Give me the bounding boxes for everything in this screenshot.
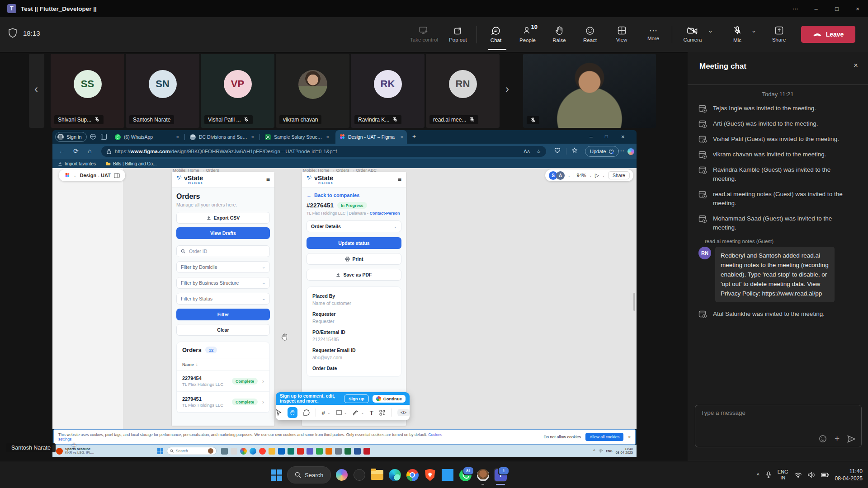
app-icon[interactable] [297, 448, 304, 455]
hamburger-menu-icon[interactable]: ≡ [398, 176, 401, 183]
contact-person-link[interactable]: Contact-Person [370, 211, 400, 216]
more-button[interactable]: ⋯ More [640, 20, 666, 49]
shared-taskbar-apps[interactable] [221, 448, 370, 455]
leave-button[interactable]: Leave [801, 26, 855, 43]
filter-domicile-dropdown[interactable]: Filter by Domicile⌄ [176, 261, 270, 273]
home-icon[interactable]: ⌂ [88, 147, 91, 155]
scroll-left-chevron[interactable]: ‹ [34, 84, 38, 94]
app-icon[interactable] [278, 448, 285, 455]
file-explorer-icon[interactable] [370, 468, 384, 482]
app-icon[interactable] [221, 448, 228, 455]
camera-button[interactable]: Camera [679, 20, 706, 49]
refresh-icon[interactable]: ⟳ [73, 147, 79, 155]
wifi-icon[interactable] [794, 472, 802, 478]
tray-language[interactable]: ENGIN [778, 469, 788, 481]
figma-canvas[interactable]: Mobile: Home → Orders Mobile: Home → Ord… [52, 168, 637, 429]
start-button[interactable] [269, 468, 283, 482]
mic-button[interactable]: Mic [727, 20, 748, 49]
shared-search-box[interactable]: Search [167, 447, 217, 455]
battery-icon[interactable] [821, 472, 829, 478]
pen-tool-icon[interactable] [353, 410, 359, 416]
order-row[interactable]: 2279451 TL Flex Holdings LLC Complete › [177, 392, 269, 413]
browser-tab-whatsapp[interactable]: (6) WhatsApp × [111, 130, 183, 144]
teams-app-icon[interactable]: T 1 [494, 468, 507, 482]
tray-expand-icon[interactable]: ^ [593, 449, 595, 453]
tray-language[interactable]: ENG [606, 450, 613, 453]
tab-close-icon[interactable]: × [176, 134, 179, 140]
share-button[interactable]: Share [766, 20, 792, 49]
move-tool-icon[interactable] [276, 409, 282, 416]
comment-tool-icon[interactable] [303, 409, 310, 416]
vscode-icon[interactable] [441, 468, 454, 482]
canvas-scrollbar[interactable] [633, 293, 635, 311]
brave-icon[interactable] [423, 468, 437, 482]
dev-mode-toggle[interactable]: </> [397, 409, 410, 416]
design-frame-order-detail[interactable]: vState FILINGS ≡ ← Back to companies #22… [302, 172, 406, 426]
deny-cookies-button[interactable]: Do not allow cookies [544, 435, 581, 439]
text-tool-icon[interactable]: T [370, 409, 373, 416]
collaborators-chevron[interactable]: ⌄ [567, 173, 571, 178]
bookmark-folder-bills[interactable]: Bills | Billing and Co... [106, 161, 157, 166]
order-id-input[interactable] [188, 248, 253, 254]
browser-tab-salary-sheet[interactable]: Sample Salary Structure with calc × [261, 130, 333, 144]
browser-essentials-icon[interactable] [554, 147, 561, 154]
people-button[interactable]: 10 People [514, 20, 542, 49]
camera-options-chevron[interactable]: ⌄ [708, 27, 713, 34]
maximize-button[interactable]: □ [826, 0, 847, 17]
name-column-header[interactable]: Name↓ [177, 358, 269, 371]
order-details-dropdown[interactable]: Order Details ⌄ [307, 221, 401, 232]
vertical-tabs-icon[interactable] [100, 133, 107, 140]
google-continue-button[interactable]: Continue [373, 395, 406, 403]
frame-tool-icon[interactable]: # [322, 409, 325, 416]
browser-close-icon[interactable]: × [621, 133, 625, 140]
tab-close-icon[interactable]: × [326, 134, 329, 140]
dark-app-icon[interactable] [353, 468, 366, 482]
print-button[interactable]: Print [307, 253, 401, 265]
copilot-icon[interactable] [627, 148, 634, 155]
copilot-icon[interactable] [335, 468, 349, 482]
tab-close-icon[interactable]: × [251, 134, 254, 140]
filter-status-dropdown[interactable]: Filter by Status⌄ [176, 293, 270, 305]
chrome-profile-icon[interactable] [476, 468, 490, 482]
chat-input-box[interactable]: + [695, 405, 862, 447]
shape-tool-chevron[interactable]: ⌄ [344, 411, 347, 415]
chrome-icon[interactable] [406, 468, 419, 482]
titlebar-more-icon[interactable]: ⋯ [785, 0, 806, 17]
save-as-pdf-button[interactable]: Save as PDF [307, 269, 401, 281]
chat-button[interactable]: Chat [483, 20, 509, 49]
shared-taskbar-tray[interactable]: ^ ENG 11:4008-04-2025 [593, 447, 633, 455]
participant-tile[interactable]: SS Shivani Sup... [51, 54, 124, 128]
start-button-small[interactable] [157, 448, 163, 454]
participant-tile[interactable]: SN Santosh Narate [126, 54, 199, 128]
folder-icon[interactable] [269, 448, 275, 455]
chrome-icon[interactable] [240, 448, 247, 455]
participant-tile[interactable]: VP Vishal Patil ... [201, 54, 274, 128]
collaborator-avatar[interactable]: A [556, 171, 565, 180]
taskbar-search[interactable]: Search [287, 466, 331, 483]
chat-message-input[interactable] [700, 409, 851, 417]
figma-share-button[interactable]: Share [608, 171, 630, 179]
filter-button[interactable]: Filter [176, 309, 270, 320]
tab-close-icon[interactable]: × [401, 134, 403, 140]
new-tab-button[interactable]: + [412, 133, 416, 140]
attach-plus-icon[interactable]: + [835, 435, 840, 443]
app-icon[interactable] [231, 448, 237, 455]
edge-icon[interactable] [250, 448, 256, 455]
zoom-chevron[interactable]: ⌄ [589, 173, 593, 178]
figma-file-chip[interactable]: ⌄ Design - UAT [59, 169, 125, 181]
address-bar[interactable]: https://www.figma.com/design/9BKQ0FOHRWa… [101, 146, 546, 157]
opera-icon[interactable] [259, 448, 266, 455]
clear-button[interactable]: Clear [176, 324, 270, 336]
participant-tile[interactable]: RK Ravindra K... [351, 54, 425, 128]
participant-tile[interactable]: vikram chavan [276, 54, 349, 128]
tray-expand-icon[interactable]: ^ [757, 472, 760, 479]
word-icon[interactable] [354, 448, 361, 455]
raise-hand-button[interactable]: Raise [546, 20, 572, 49]
scroll-right-chevron[interactable]: › [505, 84, 509, 94]
back-to-companies-link[interactable]: ← Back to companies [307, 192, 401, 198]
browser-restore-icon[interactable]: □ [605, 134, 608, 139]
pop-out-button[interactable]: Pop out [445, 20, 471, 49]
teams-icon[interactable] [307, 448, 313, 455]
present-play-icon[interactable]: ▷ [595, 172, 599, 178]
filter-structure-dropdown[interactable]: Filter by Business Structure⌄ [176, 277, 270, 289]
